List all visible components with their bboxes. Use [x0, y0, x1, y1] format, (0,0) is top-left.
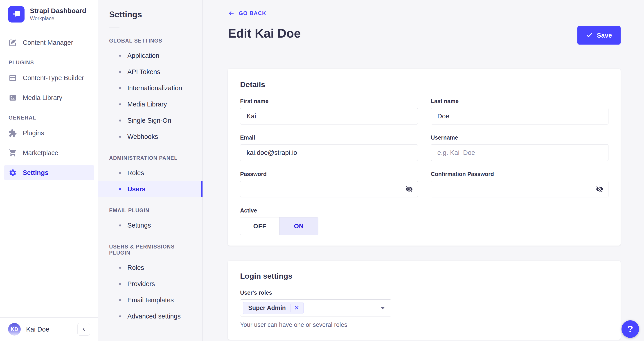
sidebar-item-content-type-builder[interactable]: Content-Type Builder — [4, 70, 94, 86]
user-name: Kai Doe — [26, 326, 49, 333]
sidebar-item-media-library[interactable]: Media Library — [4, 90, 94, 105]
go-back-label: GO BACK — [239, 10, 266, 16]
subnav-item-label: Providers — [127, 280, 155, 288]
subnav-item-single-sign-on[interactable]: Single Sign-On — [98, 112, 202, 128]
first-name-input[interactable] — [240, 108, 418, 124]
sidebar-item-content-manager[interactable]: Content Manager — [4, 35, 94, 50]
help-icon: ? — [627, 324, 633, 334]
email-label: Email — [240, 134, 418, 141]
subnav-item-api-tokens[interactable]: API Tokens — [98, 64, 202, 80]
field-first-name: First name — [240, 98, 418, 124]
subnav-item-internationalization[interactable]: Internationalization — [98, 80, 202, 96]
field-password: Password — [240, 171, 418, 198]
bullet-icon — [119, 103, 121, 105]
field-active: Active OFF ON — [240, 207, 418, 235]
active-toggle-on[interactable]: ON — [279, 218, 318, 235]
bullet-icon — [119, 87, 121, 89]
gear-icon — [8, 168, 17, 177]
bullet-icon — [119, 267, 121, 269]
subnav-item-label: Email templates — [127, 296, 174, 304]
sidebar-item-label: Content Manager — [23, 39, 73, 46]
bullet-icon — [119, 299, 121, 301]
save-button[interactable]: Save — [578, 26, 620, 44]
save-label: Save — [597, 32, 612, 39]
last-name-label: Last name — [431, 98, 609, 104]
subnav-section-label: USERS & PERMISSIONS PLUGIN — [98, 244, 202, 256]
active-toggle-off[interactable]: OFF — [240, 218, 279, 235]
arrow-left-icon — [228, 10, 235, 17]
subnav-item-webhooks[interactable]: Webhooks — [98, 128, 202, 145]
subnav-section-label: GLOBAL SETTINGS — [98, 38, 202, 44]
subnav-item-advanced-settings[interactable]: Advanced settings — [98, 308, 202, 324]
subnav-item-application[interactable]: Application — [98, 48, 202, 64]
subnav-item-email-templates[interactable]: Email templates — [98, 292, 202, 308]
subnav-item-email-settings[interactable]: Settings — [98, 217, 202, 234]
details-card: Details First name Last name — [228, 69, 620, 246]
toggle-confirmation-password-visibility-button[interactable] — [594, 183, 606, 195]
help-button[interactable]: ? — [622, 320, 639, 338]
subnav-item-admin-roles[interactable]: Roles — [98, 165, 202, 181]
roles-helper-text: Your user can have one or several roles — [240, 322, 608, 328]
image-icon — [8, 94, 17, 102]
first-name-label: First name — [240, 98, 418, 104]
brand-subtitle: Workplace — [30, 16, 86, 22]
main-sidebar: Strapi Dashboard Workplace Content Manag… — [0, 0, 98, 341]
role-tag-super-admin: Super Admin ✕ — [243, 302, 304, 314]
password-label: Password — [240, 171, 418, 177]
puzzle-icon — [8, 129, 17, 137]
subnav-item-label: Internationalization — [127, 84, 182, 92]
users-roles-select[interactable]: Super Admin ✕ — [240, 299, 391, 316]
eye-off-icon — [596, 185, 604, 193]
subnav-section-users-permissions-plugin: USERS & PERMISSIONS PLUGIN Roles Provide… — [98, 244, 202, 324]
sidebar-item-label: Content-Type Builder — [23, 74, 84, 82]
sidebar-section-general: GENERAL — [8, 115, 90, 121]
brand: Strapi Dashboard Workplace — [0, 0, 98, 29]
subnav-item-label: Settings — [127, 222, 151, 229]
subnav-item-admin-users[interactable]: Users — [98, 181, 202, 197]
sidebar-item-settings[interactable]: Settings — [4, 165, 94, 180]
subnav-item-label: Roles — [127, 169, 144, 177]
field-email: Email — [240, 134, 418, 161]
bullet-icon — [119, 188, 121, 190]
bullet-icon — [119, 315, 121, 317]
confirmation-password-input[interactable] — [431, 181, 609, 198]
collapse-sidebar-button[interactable] — [78, 323, 90, 336]
subnav-item-media-library[interactable]: Media Library — [98, 96, 202, 112]
details-title: Details — [240, 80, 608, 89]
username-label: Username — [431, 134, 609, 141]
layout-icon — [8, 74, 17, 82]
sidebar-item-marketplace[interactable]: Marketplace — [4, 145, 94, 160]
bullet-icon — [119, 55, 121, 57]
subnav-section-label: EMAIL PLUGIN — [98, 208, 202, 214]
chevron-down-icon — [381, 307, 385, 310]
users-roles-label: User's roles — [240, 290, 608, 296]
password-input[interactable] — [240, 181, 418, 198]
toggle-password-visibility-button[interactable] — [403, 183, 415, 195]
settings-subnav: Settings GLOBAL SETTINGS Application API… — [98, 0, 203, 341]
subnav-item-up-roles[interactable]: Roles — [98, 260, 202, 276]
subnav-section-email-plugin: EMAIL PLUGIN Settings — [98, 208, 202, 234]
sidebar-item-plugins[interactable]: Plugins — [4, 125, 94, 141]
main-content: GO BACK Edit Kai Doe Save Details First … — [203, 0, 644, 341]
subnav-item-label: Single Sign-On — [127, 117, 171, 124]
username-input[interactable] — [431, 144, 609, 161]
sidebar-item-label: Marketplace — [23, 149, 58, 157]
sidebar-section-plugins: PLUGINS — [8, 60, 90, 66]
page-header: Edit Kai Doe Save — [228, 26, 620, 44]
sidebar-item-label: Plugins — [23, 130, 44, 137]
remove-role-icon[interactable]: ✕ — [294, 304, 303, 312]
go-back-link[interactable]: GO BACK — [228, 10, 266, 17]
subnav-item-label: Roles — [127, 264, 144, 272]
last-name-input[interactable] — [431, 108, 609, 124]
active-label: Active — [240, 207, 418, 214]
sidebar-footer: KD Kai Doe — [0, 317, 98, 341]
subnav-item-label: Webhooks — [127, 133, 158, 140]
cart-icon — [8, 149, 17, 157]
bullet-icon — [119, 120, 121, 122]
page-title: Edit Kai Doe — [228, 26, 301, 40]
bullet-icon — [119, 136, 121, 138]
subnav-title: Settings — [98, 0, 202, 19]
subnav-item-providers[interactable]: Providers — [98, 276, 202, 292]
subnav-item-label: Users — [127, 186, 146, 193]
email-input[interactable] — [240, 144, 418, 161]
